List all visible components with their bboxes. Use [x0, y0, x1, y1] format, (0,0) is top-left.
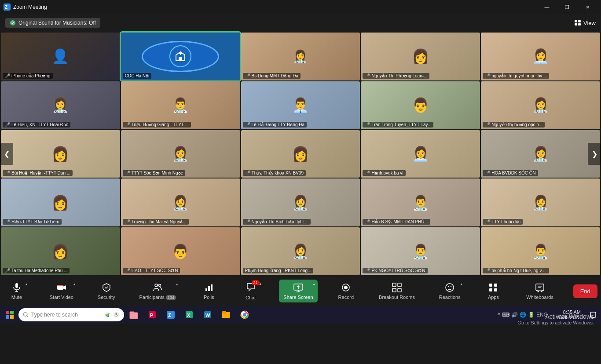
svg-rect-46	[10, 315, 14, 319]
video-label-7: 🎤 Triệu Hương Giang - TTYT ...	[123, 122, 191, 127]
video-cell-2[interactable]: CDC Hà Nội	[121, 33, 240, 80]
clock-time: 8:35 AM	[557, 309, 581, 315]
video-label-11: 🎤 Bùi Huệ, Huyện -TTYT Đan ...	[3, 170, 73, 176]
mic-off-icon-4: 🎤	[365, 73, 370, 78]
view-button[interactable]: View	[575, 20, 596, 26]
video-label-21: 🎤 Ta thu Ha Methadone Phú ...	[3, 268, 70, 273]
participants-caret[interactable]: ▲	[175, 282, 179, 286]
video-cell-21[interactable]: 👩 🎤 Ta thu Ha Methadone Phú ...	[1, 227, 120, 275]
video-cell-11[interactable]: 👩 🎤 Bùi Huệ, Huyện -TTYT Đan ...	[1, 130, 120, 178]
chat-label: Chat	[246, 295, 256, 300]
start-button[interactable]	[2, 307, 18, 323]
taskbar-app-powerpoint[interactable]: P	[143, 307, 161, 323]
svg-rect-52	[116, 313, 117, 315]
reactions-caret[interactable]: ▲	[460, 282, 463, 286]
search-bar[interactable]: 🌿	[18, 308, 124, 321]
video-cell-18[interactable]: 👩‍⚕️ 🎤 Nguyễn Thị Bích Liều ttyt L...	[241, 178, 360, 226]
video-cell-6[interactable]: 👩‍⚕️ 🎤 Lê Hiếu, XN, TTYT Hoài Đức	[1, 81, 120, 129]
breakout-rooms-button[interactable]: Breakout Rooms	[374, 280, 419, 302]
zoom-taskbar-icon: Z	[166, 310, 176, 320]
svg-point-47	[23, 313, 27, 316]
battery-icon[interactable]: 🔋	[528, 312, 535, 318]
keyboard-icon[interactable]: ⌨	[502, 312, 509, 318]
video-cell-16[interactable]: 👩 🎤 Hiền-TTYT Bắc Từ Liêm	[1, 178, 120, 226]
video-cell-19[interactable]: 👨‍⚕️ 🎤 Hảo B.Sỹ- MMT ĐAN PHÚ...	[361, 178, 480, 226]
mic-off-icon-12: 🎤	[125, 171, 130, 175]
close-button[interactable]: ✕	[577, 0, 597, 14]
video-cell-1[interactable]: 👤 🎤 iPhone của Phương	[1, 33, 120, 80]
video-label-4: 🎤 Nguyễn Thị Phương Loan-...	[363, 73, 429, 79]
whiteboards-button[interactable]: Whiteboards	[522, 280, 558, 302]
chat-button[interactable]: ▲ 21 Chat	[238, 279, 264, 303]
video-caret[interactable]: ▲	[73, 282, 76, 286]
minimize-button[interactable]: —	[537, 0, 557, 14]
video-cell-25[interactable]: 👨‍⚕️ 🎤 bv phổi hn-Ng t Huế, ng v ...	[481, 227, 600, 275]
apps-button[interactable]: Apps	[480, 280, 506, 302]
video-cell-22[interactable]: 👨 🎤 HẢO - TTYT SÓC SƠN	[121, 227, 240, 275]
video-cell-20[interactable]: 👩‍⚕️ 🎤 TTYT hoài đức	[481, 178, 600, 226]
volume-icon[interactable]: 🔊	[511, 312, 518, 318]
participants-button[interactable]: ▲ Participants 134	[135, 280, 180, 302]
video-label-17: 🎤 Trương Thu Mai và Nguyễ...	[123, 219, 189, 225]
video-cell-17[interactable]: 👩‍⚕️ 🎤 Trương Thu Mai và Nguyễ...	[121, 178, 240, 226]
video-cell-14[interactable]: 👩‍💼 🎤 Hạnh.bvdk ba vì	[361, 130, 480, 178]
svg-rect-4	[578, 20, 581, 22]
word-icon: W	[203, 310, 213, 320]
video-cell-24[interactable]: 👨‍⚕️ 🎤 PK NGOẠI TRÚ SỌC SƠN	[361, 227, 480, 275]
share-screen-button[interactable]: ▲ Share Screen	[279, 280, 317, 302]
start-video-button[interactable]: ▲ Start Video	[45, 280, 78, 302]
previous-page-arrow[interactable]: ❮	[0, 143, 13, 165]
video-cell-4[interactable]: 👩 🎤 Nguyễn Thị Phương Loan-...	[361, 33, 480, 80]
taskbar-app-files[interactable]	[217, 307, 235, 323]
taskbar-app-chrome[interactable]	[236, 307, 253, 323]
video-label-14: 🎤 Hạnh.bvdk ba vì	[363, 170, 406, 176]
breakout-rooms-icon	[392, 282, 402, 293]
video-label-19: 🎤 Hảo B.Sỹ- MMT ĐAN PHÚ...	[363, 219, 430, 225]
video-cell-10[interactable]: 👩‍⚕️ 🎤 Nguyễn thị hương opc h...	[481, 81, 600, 129]
polls-button[interactable]: Polls	[196, 280, 222, 302]
end-button[interactable]: End	[573, 284, 597, 298]
video-cell-13[interactable]: 👩 🎤 Thủy, Thủy khoa XN BV09	[241, 130, 360, 178]
svg-rect-54	[130, 312, 134, 313]
original-sound-badge[interactable]: Original Sound for Musicians: Off	[5, 18, 100, 28]
zoom-header: Original Sound for Musicians: Off View	[0, 14, 601, 32]
video-label-6: 🎤 Lê Hiếu, XN, TTYT Hoài Đức	[3, 122, 70, 127]
video-cell-8[interactable]: 👨‍💼 🎤 Lê Hải Đồng TTY Đống Đa	[241, 81, 360, 129]
video-cell-5[interactable]: 👩‍💼 🎤 nguyễn thị quỳnh mai _bv ...	[481, 33, 600, 80]
reactions-button[interactable]: ▲ Reactions	[435, 280, 465, 302]
record-button[interactable]: Record	[333, 280, 359, 302]
share-screen-caret[interactable]: ▲	[312, 282, 316, 286]
video-cell-7[interactable]: 👨‍⚕️ 🎤 Triệu Hương Giang - TTYT ...	[121, 81, 240, 129]
security-button[interactable]: Security	[93, 280, 120, 302]
video-cell-3[interactable]: 👩‍⚕️ 🎤 Bs Dung MMT Đống Đa	[241, 33, 360, 80]
title-bar: Z Zoom Meeting — ❐ ✕	[0, 0, 601, 14]
whiteboards-icon	[535, 282, 545, 293]
clock[interactable]: 8:35 AM 25/05/2023	[553, 309, 584, 320]
maximize-button[interactable]: ❐	[557, 0, 577, 14]
next-page-arrow[interactable]: ❯	[588, 143, 601, 165]
mute-caret[interactable]: ▲	[25, 282, 28, 286]
share-screen-icon	[293, 282, 304, 293]
svg-text:X: X	[187, 313, 191, 318]
taskbar-app-excel[interactable]: X	[180, 307, 198, 323]
video-cell-9[interactable]: 👨 🎤 Tran Trong Tuyen_TTYT Tây...	[361, 81, 480, 129]
taskbar-app-file-explorer[interactable]	[125, 307, 143, 323]
mute-button[interactable]: ▲ Mute	[4, 280, 30, 302]
video-cell-15[interactable]: 👩‍⚕️ 🎤 HOA BVDDK SÓC ÔN	[481, 130, 600, 178]
svg-rect-20	[211, 284, 213, 291]
svg-rect-30	[398, 288, 401, 292]
mic-off-icon-25: 🎤	[485, 268, 490, 273]
tray-expand-icon[interactable]: ^	[498, 312, 500, 318]
notification-button[interactable]	[587, 309, 599, 321]
taskbar-app-zoom[interactable]: Z	[162, 307, 180, 323]
language-indicator[interactable]: ENG	[536, 312, 548, 318]
polls-icon	[204, 282, 214, 293]
mic-off-icon-11: 🎤	[5, 171, 10, 175]
video-cell-23[interactable]: 👩‍⚕️ Phạm Hồng Trang - PKNT Long...	[241, 227, 360, 275]
svg-rect-18	[205, 288, 207, 291]
taskbar-app-word[interactable]: W	[199, 307, 216, 323]
search-input[interactable]	[31, 312, 100, 318]
mic-off-icon-1: 🎤	[5, 73, 10, 78]
video-cell-12[interactable]: 👩‍⚕️ 🎤 TTYT Sóc Sơn Minh Ngọc	[121, 130, 240, 178]
network-icon[interactable]: 🌐	[520, 312, 526, 318]
